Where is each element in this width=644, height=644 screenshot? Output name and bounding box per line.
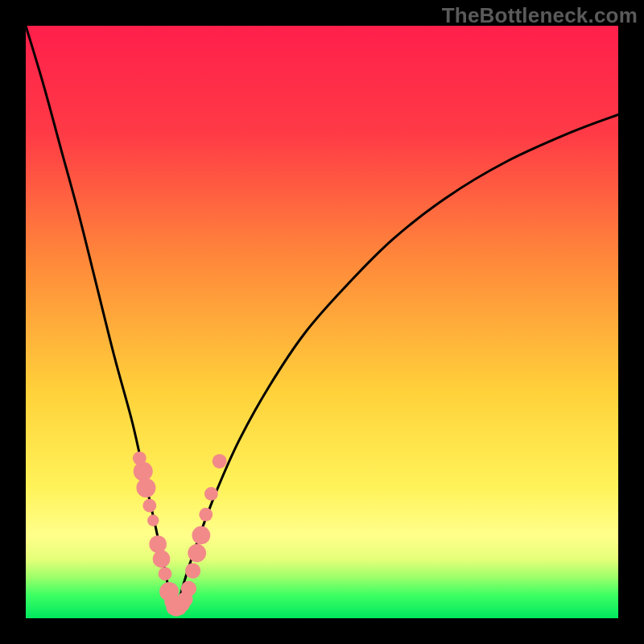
marker-point [153,551,171,568]
marker-point [185,564,200,579]
marker-group [133,452,227,617]
plot-frame [26,26,618,618]
marker-point [188,544,206,563]
marker-point [159,567,172,580]
marker-point [142,499,156,513]
marker-point [149,535,167,553]
marker-point [213,454,227,469]
bottleneck-curve [26,26,618,609]
marker-point [199,508,213,522]
marker-point [192,526,210,545]
curve-layer [26,26,618,618]
marker-point [147,514,159,526]
marker-point [136,478,155,497]
stage: TheBottleneck.com [0,0,644,644]
marker-point [204,487,218,501]
watermark-text: TheBottleneck.com [442,3,638,28]
marker-point [134,461,153,481]
marker-point [181,581,196,597]
